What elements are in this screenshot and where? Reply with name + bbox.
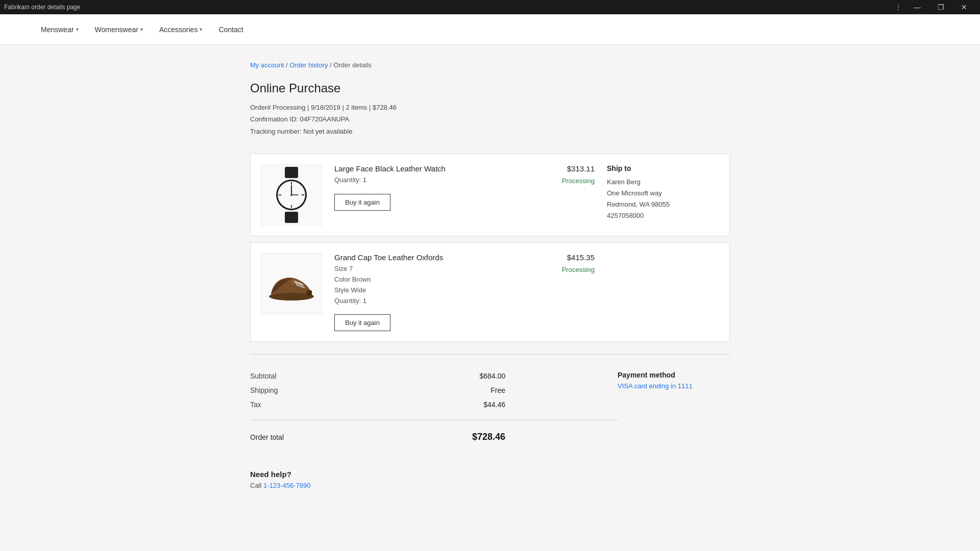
order-item: Grand Cap Toe Leather Oxfords Size 7 Col… [250, 242, 730, 342]
breadcrumb-order-history[interactable]: Order history [289, 61, 328, 69]
item-style: Style Wide [334, 285, 501, 296]
summary-lines: Subtotal $684.00 Shipping Free Tax $44.4… [250, 369, 618, 445]
summary-with-payment: Subtotal $684.00 Shipping Free Tax $44.4… [250, 369, 730, 445]
page-wrapper: Menswear ▾ Womenswear ▾ Accessories ▾ Co… [0, 14, 980, 551]
summary-total-row: Order total $728.46 [250, 429, 618, 445]
summary-tax-row: Tax $44.46 [250, 397, 618, 412]
subtotal-label: Subtotal [250, 372, 352, 380]
subtotal-value: $684.00 [352, 372, 618, 380]
item-size: Size 7 [334, 264, 501, 274]
item-name: Large Face Black Leather Watch [334, 164, 501, 173]
total-label: Order total [250, 433, 352, 441]
nav-menswear-label: Menswear [41, 26, 74, 34]
nav-contact-label: Contact [218, 26, 243, 34]
nav-womenswear[interactable]: Womenswear ▾ [95, 21, 143, 38]
help-phone-link[interactable]: 1-123-456-7890 [263, 482, 311, 489]
summary-divider [250, 420, 618, 420]
item-quantity: Quantity: 1 [334, 175, 501, 186]
item-details-watch: Large Face Black Leather Watch Quantity:… [334, 164, 501, 211]
window-controls: ⋮ — ❐ ✕ [891, 0, 976, 14]
item-price-col-shoe: $415.35 Processing [513, 253, 595, 273]
payment-label: Payment method [618, 371, 730, 379]
order-meta-line1: Order# Processing | 9/18/2019 | 2 items … [250, 102, 730, 113]
nav-menswear[interactable]: Menswear ▾ [41, 21, 79, 38]
payment-card-text: VISA card ending in [618, 382, 678, 390]
shipping-value: Free [352, 386, 618, 394]
main-content: My account / Order history / Order detai… [209, 45, 771, 506]
help-title: Need help? [250, 470, 730, 479]
buy-again-button[interactable]: Buy it again [334, 314, 390, 331]
breadcrumb-my-account[interactable]: My account [250, 61, 284, 69]
nav-accessories-label: Accessories [159, 26, 198, 34]
payment-info: Payment method VISA card ending in 1111 [618, 369, 730, 390]
minimize-button[interactable]: — [905, 0, 929, 14]
shipping-label: Shipping [250, 386, 352, 394]
order-items: Large Face Black Leather Watch Quantity:… [250, 154, 730, 342]
menu-icon[interactable]: ⋮ [891, 0, 905, 14]
chevron-down-icon: ▾ [200, 27, 202, 32]
page-title: Online Purchase [250, 81, 730, 95]
main-nav: Menswear ▾ Womenswear ▾ Accessories ▾ Co… [0, 14, 980, 45]
item-details-shoe: Grand Cap Toe Leather Oxfords Size 7 Col… [334, 253, 501, 331]
ship-to-details: Karen Berg One Microsoft way Redmond, WA… [607, 177, 719, 221]
help-section: Need help? Call 1-123-456-7890 [250, 462, 730, 489]
ship-address1: One Microsoft way [607, 188, 719, 199]
item-price: $415.35 [513, 253, 595, 262]
payment-value: VISA card ending in 1111 [618, 382, 730, 390]
order-summary: Subtotal $684.00 Shipping Free Tax $44.4… [250, 354, 730, 445]
order-meta-line2: Confirmation ID: 04F720AANUPA [250, 113, 730, 125]
window-title: Fabrikam order details page [4, 4, 891, 11]
nav-womenswear-label: Womenswear [95, 26, 138, 34]
order-meta-line3: Tracking number: Not yet available [250, 126, 730, 137]
summary-subtotal-row: Subtotal $684.00 [250, 369, 618, 383]
item-status: Processing [513, 266, 595, 273]
item-quantity: Quantity: 1 [334, 296, 501, 307]
ship-phone: 4257058000 [607, 210, 719, 221]
svg-point-11 [290, 194, 292, 196]
item-color: Color Brown [334, 274, 501, 285]
summary-shipping-row: Shipping Free [250, 383, 618, 397]
tax-label: Tax [250, 400, 352, 409]
nav-accessories[interactable]: Accessories ▾ [159, 21, 202, 38]
breadcrumb: My account / Order history / Order detai… [250, 61, 730, 69]
ship-to-section: Ship to Karen Berg One Microsoft way Red… [607, 164, 719, 221]
payment-card-end: 1111 [678, 382, 693, 390]
buy-again-button[interactable]: Buy it again [334, 194, 390, 211]
item-status: Processing [513, 177, 595, 185]
order-item: Large Face Black Leather Watch Quantity:… [250, 154, 730, 236]
svg-rect-16 [307, 290, 312, 295]
item-image-watch [261, 164, 322, 226]
ship-address2: Redmond, WA 98055 [607, 199, 719, 210]
ship-to-label: Ship to [607, 164, 719, 172]
breadcrumb-current: Order details [333, 61, 371, 69]
svg-rect-0 [285, 167, 298, 178]
help-call-text: Call [250, 482, 263, 489]
chevron-down-icon: ▾ [140, 27, 143, 32]
item-name: Grand Cap Toe Leather Oxfords [334, 253, 501, 262]
chevron-down-icon: ▾ [76, 27, 79, 32]
item-image-shoe [261, 253, 322, 314]
title-bar: Fabrikam order details page ⋮ — ❐ ✕ [0, 0, 980, 14]
close-button[interactable]: ✕ [952, 0, 976, 14]
ship-name: Karen Berg [607, 177, 719, 188]
restore-button[interactable]: ❐ [929, 0, 952, 14]
svg-rect-1 [285, 212, 298, 223]
help-text: Call 1-123-456-7890 [250, 482, 730, 489]
item-price: $313.11 [513, 164, 595, 173]
total-value: $728.46 [352, 432, 618, 442]
tax-value: $44.46 [352, 400, 618, 409]
nav-contact[interactable]: Contact [218, 21, 243, 38]
order-meta: Order# Processing | 9/18/2019 | 2 items … [250, 102, 730, 137]
item-price-col-watch: $313.11 Processing [513, 164, 595, 185]
